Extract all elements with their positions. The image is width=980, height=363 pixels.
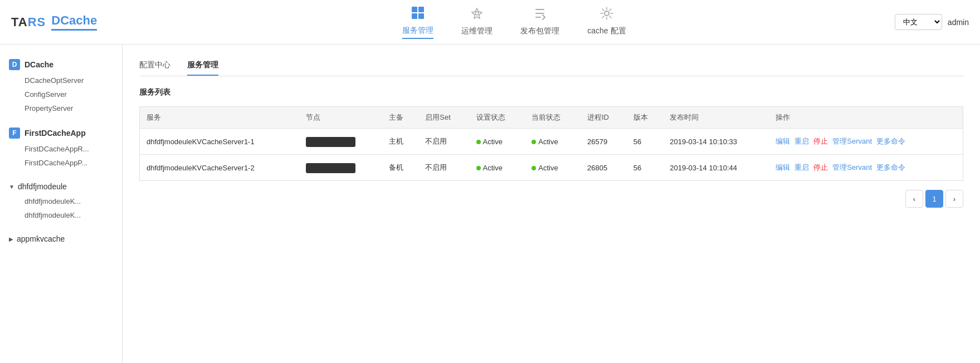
sidebar-item-firstdcacheappp[interactable]: FirstDCacheAppP... [0,156,122,170]
sidebar-group-dcache: D DCache DCacheOptServer ConfigServer Pr… [0,56,122,115]
page-1-btn[interactable]: 1 [925,190,943,208]
nav-ops-mgmt-label: 运维管理 [461,26,493,36]
appmkvcache-group-label: appmkvcache [17,234,65,243]
col-publish-time: 发布时间 [663,107,769,129]
language-select[interactable]: 中文 English [895,14,942,30]
cell-service-0: dhfdfjmodeuleKVCacheServer1-1 [140,129,299,155]
nav-ops-mgmt[interactable]: 运维管理 [461,6,493,38]
cell-master-slave-0: 主机 [382,129,419,155]
action-管理Servant-1[interactable]: 管理Servant [832,163,872,171]
sidebar-group-firstdcacheapp: F FirstDCacheApp FirstDCacheAppR... Firs… [0,124,122,170]
sidebar-item-dhfdfjmodulek2[interactable]: dhfdfjmodeuleK... [0,208,122,222]
cell-node-0: 10.105.xx.xxx [299,129,382,155]
nav-release-mgmt[interactable]: 发布包管理 [520,6,559,38]
sidebar-group-firstdcacheapp-title[interactable]: F FirstDCacheApp [0,124,122,142]
action-停止-1[interactable]: 停止 [813,163,828,171]
ops-mgmt-icon [470,6,484,24]
layout: D DCache DCacheOptServer ConfigServer Pr… [0,45,980,363]
firstdcacheapp-group-label: FirstDCacheApp [25,129,86,138]
action-更多命令-1[interactable]: 更多命令 [876,163,905,171]
sidebar-group-dhfdfjmodeule-title[interactable]: ▼ dhfdfjmodeule [0,179,122,194]
dcache-group-icon: D [9,59,20,70]
sidebar: D DCache DCacheOptServer ConfigServer Pr… [0,45,123,363]
expand-arrow-icon-2: ▶ [9,236,13,242]
nav-release-mgmt-label: 发布包管理 [520,26,559,36]
tab-service-mgmt[interactable]: 服务管理 [187,56,218,76]
col-config-status: 设置状态 [470,107,525,129]
nav-service-mgmt[interactable]: 服务管理 [402,6,433,39]
release-mgmt-icon [533,6,547,24]
cell-config-status-0: Active [470,129,525,155]
col-master-slave: 主备 [382,107,419,129]
action-编辑-0[interactable]: 编辑 [776,137,790,145]
col-process-id: 进程ID [581,107,627,129]
col-node: 节点 [299,107,382,129]
nav-cache-config[interactable]: cache 配置 [587,6,626,38]
sidebar-item-propertyserver[interactable]: PropertyServer [0,101,122,115]
header: TARS DCache 服务管理 运维管理 [0,0,980,45]
action-编辑-1[interactable]: 编辑 [776,163,790,171]
tars-logo: TARS [11,15,46,30]
col-actions: 操作 [769,107,963,129]
table-row: dhfdfjmodeuleKVCacheServer1-2 10.105.xx.… [140,155,963,181]
sidebar-item-configserver[interactable]: ConfigServer [0,87,122,101]
cell-service-1: dhfdfjmodeuleKVCacheServer1-2 [140,155,299,181]
cell-process-id-1: 26805 [581,155,627,181]
cell-node-1: 10.105.xx.xxx [299,155,382,181]
sidebar-group-dcache-title[interactable]: D DCache [0,56,122,73]
nav-center: 服务管理 运维管理 发布包管理 [134,6,895,39]
main-content: 配置中心 服务管理 服务列表 服务 节点 主备 启用Set 设置状态 当前状态 … [123,45,980,363]
firstdcacheapp-group-icon: F [9,127,20,139]
action-管理Servant-0[interactable]: 管理Servant [832,137,872,145]
expand-arrow-icon: ▼ [9,184,14,190]
sidebar-group-appmkvcache-title[interactable]: ▶ appmkvcache [0,231,122,247]
table-row: dhfdfjmodeuleKVCacheServer1-1 10.105.xx.… [140,129,963,155]
cell-master-slave-1: 备机 [382,155,419,181]
tabs: 配置中心 服务管理 [139,56,963,76]
cell-actions-0: 编辑重启停止管理Servant更多命令 [769,129,963,155]
sidebar-item-dhfdfjmodulek1[interactable]: dhfdfjmodeuleK... [0,194,122,208]
cell-publish-time-0: 2019-03-14 10:10:33 [663,129,769,155]
section-title: 服务列表 [139,87,963,97]
admin-label: admin [948,18,969,27]
col-enable-set: 启用Set [418,107,469,129]
cell-current-status-0: Active [525,129,581,155]
svg-rect-0 [412,7,417,12]
svg-point-5 [604,11,609,16]
col-service: 服务 [140,107,299,129]
cell-process-id-0: 26579 [581,129,627,155]
tab-config-center[interactable]: 配置中心 [139,56,170,76]
sidebar-item-dcacheoptserver[interactable]: DCacheOptServer [0,73,122,87]
pagination: ‹ 1 › [139,190,963,208]
cell-actions-1: 编辑重启停止管理Servant更多命令 [769,155,963,181]
service-mgmt-icon [411,6,425,23]
sidebar-group-dhfdfjmodeule: ▼ dhfdfjmodeule dhfdfjmodeuleK... dhfdfj… [0,179,122,222]
nav-service-mgmt-label: 服务管理 [402,26,433,36]
svg-rect-3 [418,13,424,19]
dhfdfjmodeule-group-label: dhfdfjmodeule [18,182,67,191]
prev-page-btn[interactable]: ‹ [905,190,923,208]
cell-version-1: 56 [627,155,664,181]
sidebar-item-firstdcacheappr[interactable]: FirstDCacheAppR... [0,142,122,156]
svg-rect-1 [418,7,424,12]
dcache-logo: DCache [51,13,97,31]
action-更多命令-0[interactable]: 更多命令 [876,137,905,145]
next-page-btn[interactable]: › [945,190,963,208]
dcache-group-label: DCache [25,60,53,69]
action-停止-0[interactable]: 停止 [813,137,828,145]
header-right: 中文 English admin [895,14,969,30]
action-重启-1[interactable]: 重启 [794,163,809,171]
cell-config-status-1: Active [470,155,525,181]
cell-enable-set-1: 不启用 [418,155,469,181]
service-table: 服务 节点 主备 启用Set 设置状态 当前状态 进程ID 版本 发布时间 操作… [139,106,963,181]
logo-area: TARS DCache [11,13,134,31]
svg-point-4 [475,12,479,15]
cell-version-0: 56 [627,129,664,155]
cell-enable-set-0: 不启用 [418,129,469,155]
cache-config-icon [599,6,614,24]
svg-rect-2 [412,13,417,19]
col-version: 版本 [627,107,664,129]
action-重启-0[interactable]: 重启 [794,137,809,145]
col-current-status: 当前状态 [525,107,581,129]
nav-cache-config-label: cache 配置 [587,26,626,36]
